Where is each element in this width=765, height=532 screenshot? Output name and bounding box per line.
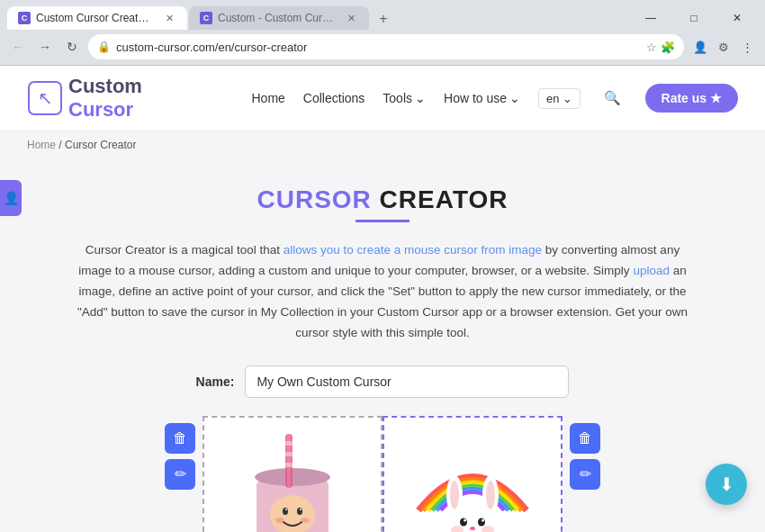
browser-tab-active[interactable]: C Custom Cursor Creator - Custo... ✕ xyxy=(7,6,187,30)
browser-chrome: C Custom Cursor Creator - Custo... ✕ C C… xyxy=(0,0,765,66)
svg-point-16 xyxy=(301,518,310,523)
browser-tabs: C Custom Cursor Creator - Custo... ✕ C C… xyxy=(7,6,630,30)
rate-us-button[interactable]: Rate us ★ xyxy=(645,84,738,113)
nav-how-to-use[interactable]: How to use ⌄ xyxy=(444,91,520,105)
new-tab-button[interactable]: + xyxy=(373,8,394,30)
svg-rect-9 xyxy=(285,463,292,467)
logo-text: Custom Cursor xyxy=(68,75,142,122)
breadcrumb-home[interactable]: Home xyxy=(27,139,56,151)
tab-close-1[interactable]: ✕ xyxy=(162,11,176,25)
left-sidebar: 👤 xyxy=(0,180,22,216)
slot2-delete-button[interactable]: 🗑 xyxy=(570,423,600,454)
svg-point-33 xyxy=(482,518,484,521)
cursor-editor: 🗑 ✏ xyxy=(54,416,711,532)
nav-home[interactable]: Home xyxy=(251,91,284,105)
sidebar-user-icon[interactable]: 👤 xyxy=(0,187,22,209)
svg-point-28 xyxy=(486,481,495,509)
tab-title-2: Custom - Custom Cursor xyxy=(218,12,335,24)
svg-point-31 xyxy=(478,518,485,526)
language-selector[interactable]: en ⌄ xyxy=(538,88,580,109)
tab-close-2[interactable]: ✕ xyxy=(344,11,358,25)
site-header: ↖ Custom Cursor Home Collections Tools ⌄… xyxy=(0,66,765,131)
reload-button[interactable]: ↻ xyxy=(61,36,83,58)
title-underline xyxy=(356,220,410,222)
back-button[interactable]: ← xyxy=(7,36,29,58)
page: ↖ Custom Cursor Home Collections Tools ⌄… xyxy=(0,66,765,532)
bunny-rainbow-image xyxy=(405,425,540,532)
cursor-slot-2[interactable] xyxy=(382,416,562,532)
tab-favicon-1: C xyxy=(18,12,31,24)
profile-icon[interactable]: 👤 xyxy=(689,36,711,58)
svg-point-15 xyxy=(275,518,284,523)
address-text: custom-cursor.com/en/cursor-creator xyxy=(116,41,641,54)
description-text: Cursor Creator is a magical tool that al… xyxy=(76,240,688,344)
search-button[interactable]: 🔍 xyxy=(598,84,627,113)
browser-actions: 👤 ⚙ ⋮ xyxy=(689,36,758,58)
slot1-controls: 🗑 ✏ xyxy=(158,416,202,497)
address-bar[interactable]: 🔒 custom-cursor.com/en/cursor-creator ☆ … xyxy=(88,34,684,59)
svg-point-30 xyxy=(460,518,467,526)
breadcrumb-current: Cursor Creator xyxy=(65,139,136,151)
logo-icon: ↖ xyxy=(27,80,63,116)
download-icon: ⬇ xyxy=(719,473,734,495)
cursor-slot-1[interactable] xyxy=(202,416,382,532)
name-input[interactable] xyxy=(245,365,569,398)
page-title: CURSOR CREATOR xyxy=(54,185,711,214)
svg-point-27 xyxy=(450,481,459,509)
forward-button[interactable]: → xyxy=(34,36,56,58)
tab-title-1: Custom Cursor Creator - Custo... xyxy=(36,12,153,24)
extension-icon[interactable]: 🧩 xyxy=(661,41,675,54)
svg-point-13 xyxy=(285,509,287,510)
browser-titlebar: C Custom Cursor Creator - Custo... ✕ C C… xyxy=(0,0,765,31)
address-icons: ☆ 🧩 xyxy=(646,41,675,54)
chevron-down-icon-2: ⌄ xyxy=(509,91,520,105)
chevron-down-icon: ⌄ xyxy=(415,91,426,105)
browser-window-controls: — □ ✕ xyxy=(630,5,758,31)
svg-point-34 xyxy=(470,527,475,530)
svg-rect-7 xyxy=(285,441,292,446)
slot2-controls: 🗑 ✏ xyxy=(562,416,608,497)
chevron-down-icon-3: ⌄ xyxy=(562,92,572,105)
bubble-tea-image xyxy=(230,425,356,532)
site-nav: Home Collections Tools ⌄ How to use ⌄ en… xyxy=(251,84,738,113)
svg-text:↖: ↖ xyxy=(38,88,53,108)
slot1-delete-button[interactable]: 🗑 xyxy=(165,423,195,454)
slot2-edit-button[interactable]: ✏ xyxy=(570,459,600,490)
browser-addressbar: ← → ↻ 🔒 custom-cursor.com/en/cursor-crea… xyxy=(0,31,765,65)
name-row: Name: xyxy=(54,365,711,398)
maximize-button[interactable]: □ xyxy=(673,5,715,31)
download-fab-button[interactable]: ⬇ xyxy=(706,464,747,505)
nav-collections[interactable]: Collections xyxy=(303,91,364,105)
lock-icon: 🔒 xyxy=(97,41,111,53)
slot1-edit-button[interactable]: ✏ xyxy=(165,459,195,490)
breadcrumb: Home / Cursor Creator xyxy=(0,131,765,158)
svg-point-12 xyxy=(297,508,302,515)
star-icon[interactable]: ☆ xyxy=(646,41,657,54)
close-window-button[interactable]: ✕ xyxy=(716,5,758,31)
extensions-button[interactable]: ⚙ xyxy=(713,36,734,58)
svg-point-14 xyxy=(300,509,302,510)
svg-point-11 xyxy=(283,508,288,515)
name-label: Name: xyxy=(196,374,235,389)
main-content: CURSOR CREATOR Cursor Creator is a magic… xyxy=(0,158,765,532)
nav-tools[interactable]: Tools ⌄ xyxy=(382,91,426,105)
logo[interactable]: ↖ Custom Cursor xyxy=(27,75,142,122)
svg-rect-8 xyxy=(285,452,292,456)
more-button[interactable]: ⋮ xyxy=(736,36,758,58)
minimize-button[interactable]: — xyxy=(630,5,671,31)
svg-point-32 xyxy=(464,518,466,521)
browser-tab-inactive[interactable]: C Custom - Custom Cursor ✕ xyxy=(189,6,369,30)
tab-favicon-2: C xyxy=(200,12,212,24)
